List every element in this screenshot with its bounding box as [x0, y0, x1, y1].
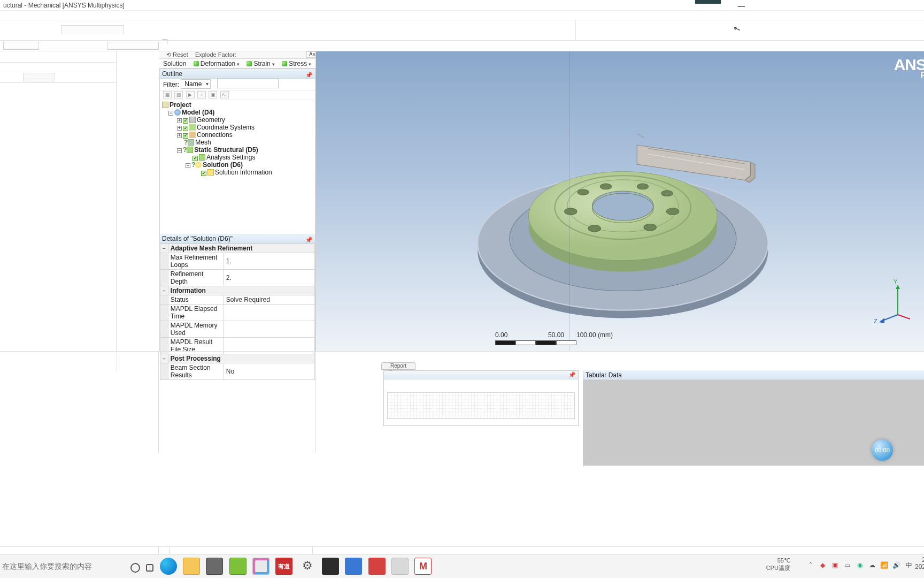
tree-connections[interactable]: +✔Connections [162, 131, 315, 139]
svg-marker-27 [879, 318, 884, 323]
outline-expand-icon[interactable]: ▦ [163, 91, 172, 98]
outline-filter: Filter: Name [160, 79, 315, 90]
tray-chevron-icon[interactable]: ˄ [806, 561, 815, 569]
svg-point-22 [565, 208, 577, 215]
stress-menu[interactable]: Stress▾ [279, 59, 314, 69]
tray-volume-icon[interactable]: 🔊 [892, 561, 901, 569]
ansys-logo: ANSR [894, 56, 924, 80]
outline-sort-icon[interactable]: A↓ [220, 91, 229, 98]
tray-cloud-icon[interactable]: ☁ [868, 561, 876, 569]
tray-wifi-icon[interactable]: 📶 [880, 561, 889, 569]
edge-icon[interactable] [160, 558, 177, 575]
tray-red-icon[interactable]: ◆ [819, 561, 827, 569]
red-app-icon[interactable] [368, 558, 386, 575]
filter-dropdown[interactable]: Name [181, 79, 211, 89]
model-svg [316, 51, 924, 351]
green-app-icon[interactable] [229, 558, 247, 575]
tabular-data-header: Tabular Data [583, 370, 924, 380]
deformation-menu[interactable]: Deformation▾ [191, 59, 242, 69]
titlebar: uctural - Mechanical [ANSYS Multiphysics… [0, 0, 924, 11]
svg-point-20 [644, 224, 656, 231]
file-explorer-icon[interactable] [183, 558, 200, 575]
svg-point-18 [661, 191, 673, 196]
windows-taskbar[interactable]: 有道 ⚙ M 55℃ CPU温度 ˄ ◆ ▣ ▭ ◉ ☁ 📶 🔊 中 2 202 [0, 554, 924, 578]
outline-plus-icon[interactable]: ＋ [197, 91, 206, 98]
details-header: Details of "Solution (D6)" 📌 [160, 234, 315, 244]
outline-collapse-icon[interactable]: ▧ [174, 91, 183, 98]
svg-point-13 [592, 191, 654, 220]
tray-redbox-icon[interactable]: ▣ [831, 561, 840, 569]
outline-header: Outline 📌 [160, 69, 315, 79]
outline-arrow-icon[interactable]: ▶ [186, 91, 195, 98]
svg-point-16 [600, 184, 611, 189]
gray-app-icon[interactable] [391, 558, 409, 575]
outline-minitoolbar[interactable]: ▦ ▧ ▶ ＋ ▣ A↓ [160, 90, 315, 100]
menubar[interactable] [0, 11, 924, 20]
elapsed-time-value [224, 305, 314, 321]
max-refinement-loops-value[interactable]: 1. [224, 253, 314, 270]
report-preview-tab[interactable]: Report Preview [381, 362, 415, 370]
temperature-widget[interactable]: 55℃ CPU温度 [766, 557, 790, 572]
svg-marker-25 [896, 285, 900, 289]
explode-label: Explode Factor: [192, 51, 239, 58]
ribbon-tab[interactable] [61, 25, 124, 35]
solution-tab[interactable]: Solution [160, 59, 189, 69]
window-title: uctural - Mechanical [ANSYS Multiphysics… [3, 2, 125, 9]
outline-pin-icon[interactable]: 📌 [305, 70, 313, 80]
tray-green-icon[interactable]: ◉ [856, 561, 864, 569]
svg-line-23 [637, 134, 644, 138]
tree-solution-information[interactable]: ✔Solution Information [162, 169, 315, 176]
svg-point-21 [588, 225, 600, 232]
tree-mesh[interactable]: ?Mesh [162, 139, 315, 146]
store-icon[interactable] [206, 558, 223, 575]
tree-coordinate-systems[interactable]: +✔Coordinate Systems [162, 124, 315, 131]
left-name-header[interactable] [23, 73, 55, 81]
minimize-button[interactable]: – [738, 0, 745, 11]
left-sidepanel [0, 51, 117, 351]
svg-point-19 [666, 208, 679, 215]
orientation-triad[interactable]: Y Z [879, 282, 911, 324]
tree-solution[interactable]: −?Solution (D6) [162, 161, 315, 169]
tree-model[interactable]: −Model (D4) [162, 109, 315, 116]
graph-panel[interactable]: 📌 [383, 370, 579, 426]
expand-info[interactable]: − [160, 286, 168, 295]
strain-menu[interactable]: Strain▾ [244, 59, 277, 69]
reset-button[interactable]: ⟲ Reset [164, 51, 191, 58]
system-tray[interactable]: ˄ ◆ ▣ ▭ ◉ ☁ 📶 🔊 中 [805, 561, 915, 569]
youdao-icon[interactable]: 有道 [275, 558, 292, 575]
svg-point-15 [578, 189, 589, 195]
status-row [0, 546, 924, 554]
tree-project[interactable]: Project [162, 101, 315, 109]
blue-app-icon[interactable] [345, 558, 362, 575]
svg-line-28 [898, 315, 910, 319]
tray-ime-icon[interactable]: 中 [905, 561, 913, 569]
expand-amr[interactable]: − [160, 244, 168, 253]
ribbon-row [0, 20, 924, 41]
cortana-icon[interactable] [130, 563, 140, 573]
settings-icon[interactable]: ⚙ [299, 558, 316, 575]
taskbar-clock[interactable]: 2 202 [915, 557, 924, 571]
tray-battery-icon[interactable]: ▭ [843, 561, 852, 569]
subribbon-row [0, 41, 924, 51]
m-app-icon[interactable]: M [414, 558, 432, 575]
graphics-view[interactable]: ANSR Y Z 0.0050.00100.00 (mm) [315, 51, 924, 351]
subribbon-field-1[interactable] [3, 42, 39, 50]
paint-icon[interactable] [252, 558, 270, 575]
tree-static-structural[interactable]: −?Static Structural (D5) [162, 146, 315, 154]
outline-folder-icon[interactable]: ▣ [209, 91, 217, 98]
scale-bar: 0.0050.00100.00 (mm) [495, 331, 613, 347]
filter-input[interactable] [217, 79, 279, 88]
status-value: Solve Required [224, 295, 314, 305]
dark-app-icon[interactable] [322, 558, 339, 575]
taskbar-search-input[interactable] [0, 558, 96, 574]
svg-point-17 [637, 184, 648, 189]
timer-widget[interactable]: 00:00 [872, 439, 893, 461]
subribbon-field-2[interactable] [107, 42, 159, 50]
graph-pin-icon[interactable]: 📌 [568, 371, 576, 378]
outline-tree[interactable]: Project −Model (D4) +✔Geometry +✔Coordin… [160, 100, 315, 234]
taskview-icon[interactable] [146, 564, 153, 572]
tree-analysis-settings[interactable]: ✔Analysis Settings [162, 154, 315, 161]
tree-geometry[interactable]: +✔Geometry [162, 116, 315, 124]
refinement-depth-value[interactable]: 2. [224, 270, 314, 286]
details-pin-icon[interactable]: 📌 [305, 235, 313, 245]
